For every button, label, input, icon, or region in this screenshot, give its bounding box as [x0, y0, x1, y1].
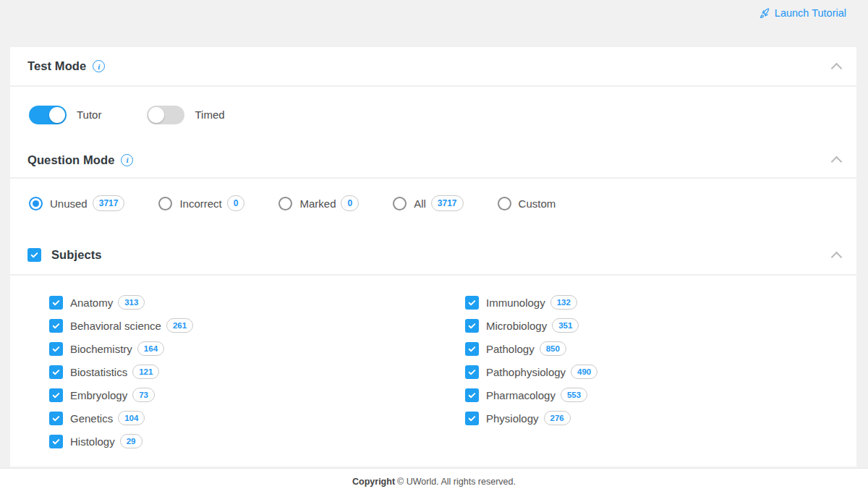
radio-button[interactable]: [498, 197, 511, 210]
radio-button[interactable]: [29, 197, 43, 210]
launch-tutorial-link[interactable]: Launch Tutorial: [760, 7, 846, 19]
test-mode-header: Test Mode i: [10, 47, 856, 87]
tutor-toggle-label: Tutor: [77, 108, 101, 121]
count-badge: 73: [132, 388, 155, 402]
footer: Copyright © UWorld. All rights reserved.: [0, 468, 868, 494]
subject-immunology[interactable]: Immunology 132: [465, 294, 597, 311]
subjects-select-all-checkbox[interactable]: [27, 248, 41, 262]
subject-label: Anatomy: [70, 297, 113, 309]
timed-toggle-label: Timed: [195, 108, 224, 121]
check-icon: [51, 367, 61, 377]
footer-copyright-bold: Copyright: [352, 477, 395, 487]
check-icon: [30, 250, 39, 260]
subject-microbiology[interactable]: Microbiology 351: [465, 317, 597, 334]
count-badge: 351: [552, 318, 579, 333]
tutor-toggle-switch[interactable]: [29, 106, 67, 124]
radio-button[interactable]: [393, 197, 407, 210]
subject-label: Immunology: [486, 297, 545, 309]
subject-label: Behavioral science: [70, 320, 161, 332]
count-badge: 3717: [93, 195, 125, 211]
subject-anatomy[interactable]: Anatomy 313: [49, 294, 465, 311]
subject-checkbox[interactable]: [465, 319, 479, 333]
chevron-up-icon[interactable]: [833, 253, 841, 261]
check-icon: [51, 414, 61, 423]
check-icon: [467, 414, 477, 423]
subject-behavioral-science[interactable]: Behavioral science 261: [49, 317, 465, 334]
radio-all[interactable]: All 3717: [393, 195, 463, 211]
check-icon: [51, 391, 61, 400]
subject-genetics[interactable]: Genetics 104: [49, 409, 465, 427]
subject-biochemistry[interactable]: Biochemistry 164: [49, 340, 465, 357]
question-mode-options: Unused 3717 Incorrect 0 Marked 0 All 371…: [10, 179, 856, 236]
subject-checkbox[interactable]: [465, 388, 479, 402]
toggle-knob: [148, 107, 164, 123]
test-mode-title: Test Mode: [27, 59, 86, 73]
rocket-icon: [760, 7, 771, 19]
subject-checkbox[interactable]: [49, 412, 63, 425]
radio-incorrect[interactable]: Incorrect 0: [158, 195, 244, 211]
question-mode-header: Question Mode i: [10, 142, 856, 179]
count-badge: 29: [120, 434, 142, 448]
count-badge: 261: [166, 318, 193, 333]
subject-checkbox[interactable]: [49, 342, 63, 356]
chevron-up-icon[interactable]: [833, 158, 841, 166]
count-badge: 121: [132, 365, 159, 379]
subject-label: Biostatistics: [70, 366, 127, 378]
subject-checkbox[interactable]: [49, 319, 63, 333]
tutor-toggle[interactable]: Tutor: [29, 106, 101, 124]
check-icon: [51, 437, 61, 446]
subject-embryology[interactable]: Embryology 73: [49, 386, 465, 404]
subject-pathology[interactable]: Pathology 850: [465, 340, 597, 357]
radio-label: Unused: [50, 197, 88, 210]
radio-button[interactable]: [278, 197, 292, 210]
radio-label: Marked: [299, 197, 336, 210]
question-mode-title: Question Mode: [27, 153, 114, 167]
top-bar: Launch Tutorial: [0, 0, 868, 47]
subjects-list: Anatomy 313 Behavioral science 261 Bioch…: [10, 276, 856, 456]
subjects-column-right: Immunology 132 Microbiology 351 Patholog…: [465, 294, 597, 456]
subject-checkbox[interactable]: [49, 365, 63, 379]
check-icon: [467, 367, 477, 377]
subject-checkbox[interactable]: [49, 435, 63, 448]
subject-pharmacology[interactable]: Pharmacology 553: [465, 386, 597, 404]
launch-tutorial-label: Launch Tutorial: [775, 7, 846, 19]
count-badge: 490: [571, 365, 597, 379]
count-badge: 3717: [431, 195, 464, 211]
subjects-header: Subjects: [10, 236, 856, 276]
subject-biostatistics[interactable]: Biostatistics 121: [49, 363, 465, 380]
info-icon[interactable]: i: [93, 60, 105, 72]
chevron-up-icon[interactable]: [833, 64, 841, 72]
subject-checkbox[interactable]: [465, 296, 479, 310]
subject-histology[interactable]: Histology 29: [49, 433, 465, 450]
count-badge: 0: [227, 195, 245, 211]
subject-checkbox[interactable]: [465, 412, 479, 425]
subjects-title: Subjects: [51, 248, 102, 262]
subjects-column-left: Anatomy 313 Behavioral science 261 Bioch…: [49, 294, 465, 456]
timed-toggle[interactable]: Timed: [147, 106, 224, 124]
create-test-panel: Test Mode i Tutor Timed Question Mode i …: [10, 47, 856, 467]
subject-checkbox[interactable]: [49, 296, 63, 310]
subject-checkbox[interactable]: [49, 388, 63, 402]
subject-checkbox[interactable]: [465, 365, 479, 379]
subject-label: Biochemistry: [70, 343, 132, 355]
subject-checkbox[interactable]: [465, 342, 479, 356]
info-icon[interactable]: i: [121, 154, 133, 166]
subject-pathophysiology[interactable]: Pathophysiology 490: [465, 363, 597, 380]
radio-button[interactable]: [158, 197, 172, 210]
radio-custom[interactable]: Custom: [498, 197, 556, 210]
subject-label: Genetics: [70, 412, 113, 425]
count-badge: 850: [540, 341, 566, 356]
check-icon: [467, 344, 477, 354]
subject-label: Pathology: [486, 343, 535, 355]
toggle-knob: [49, 107, 65, 123]
check-icon: [51, 298, 61, 307]
radio-label: All: [414, 197, 426, 210]
check-icon: [51, 344, 61, 354]
subject-physiology[interactable]: Physiology 276: [465, 409, 597, 427]
timed-toggle-switch[interactable]: [147, 106, 184, 124]
check-icon: [467, 321, 477, 331]
radio-unused[interactable]: Unused 3717: [29, 195, 124, 211]
footer-copyright-text: © UWorld. All rights reserved.: [397, 477, 516, 487]
subject-label: Microbiology: [486, 320, 547, 332]
radio-marked[interactable]: Marked 0: [278, 195, 359, 211]
